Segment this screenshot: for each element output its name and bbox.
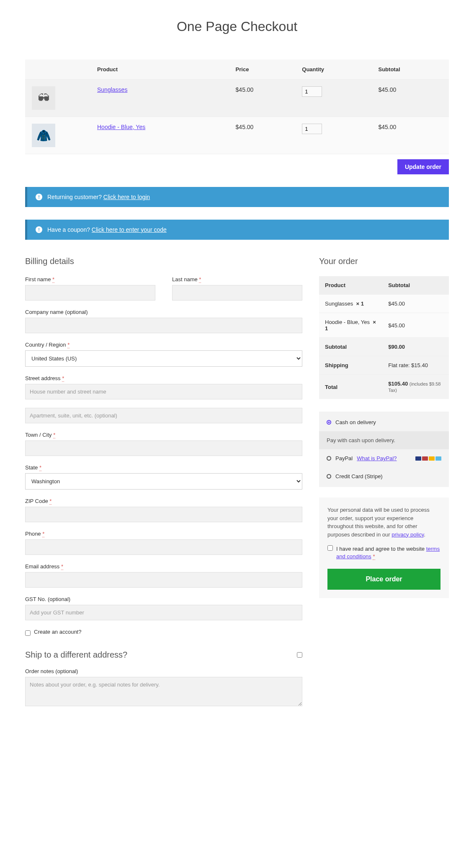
privacy-text: Your personal data will be used to proce… bbox=[327, 506, 441, 539]
last-name-label: Last name * bbox=[172, 276, 302, 282]
billing-heading: Billing details bbox=[25, 257, 302, 266]
cart-row: 🕶 Sunglasses $45.00 $45.00 bbox=[25, 80, 449, 117]
ship-different-checkbox[interactable] bbox=[297, 652, 302, 658]
email-label: Email address * bbox=[25, 563, 302, 570]
street-label: Street address * bbox=[25, 375, 302, 381]
col-qty: Quantity bbox=[297, 60, 373, 80]
product-link[interactable]: Hoodie - Blue, Yes bbox=[97, 124, 145, 130]
state-select[interactable]: Washington bbox=[25, 473, 302, 490]
country-select[interactable]: United States (US) bbox=[25, 350, 302, 367]
phone-input[interactable] bbox=[25, 539, 302, 555]
col-subtotal: Subtotal bbox=[374, 60, 449, 80]
first-name-label: First name * bbox=[25, 276, 155, 282]
qty-input[interactable] bbox=[302, 86, 322, 97]
gst-label: GST No. (optional) bbox=[25, 596, 302, 602]
subtotal-value: $90.00 bbox=[382, 338, 449, 356]
card-icons bbox=[415, 456, 441, 461]
cart-table: Product Price Quantity Subtotal 🕶 Sungla… bbox=[25, 60, 449, 154]
radio-icon bbox=[327, 456, 331, 461]
returning-customer-notice: ! Returning customer? Click here to logi… bbox=[25, 187, 449, 207]
privacy-policy-link[interactable]: privacy policy bbox=[392, 531, 424, 538]
product-image: 🕶 bbox=[32, 86, 55, 110]
payment-label: PayPal bbox=[335, 455, 353, 461]
order-item-name: Hoodie - Blue, Yes bbox=[325, 319, 370, 325]
update-order-button[interactable]: Update order bbox=[397, 159, 449, 174]
payment-methods: Cash on delivery Pay with cash upon deli… bbox=[319, 412, 449, 487]
page-title: One Page Checkout bbox=[25, 19, 449, 34]
city-input[interactable] bbox=[25, 440, 302, 456]
ship-heading: Ship to a different address? bbox=[25, 650, 127, 660]
order-item-row: Sunglasses × 1 $45.00 bbox=[319, 295, 449, 313]
cart-row: 🧥 Hoodie - Blue, Yes $45.00 $45.00 bbox=[25, 117, 449, 154]
payment-cod[interactable]: Cash on delivery bbox=[319, 413, 449, 431]
payment-paypal[interactable]: PayPal What is PayPal? bbox=[319, 449, 449, 467]
col-product: Product bbox=[92, 60, 231, 80]
payment-stripe[interactable]: Credit Card (Stripe) bbox=[319, 467, 449, 485]
order-col-product: Product bbox=[319, 276, 382, 295]
country-label: Country / Region * bbox=[25, 342, 302, 348]
notice-text: Returning customer? bbox=[47, 194, 102, 200]
info-icon: ! bbox=[36, 226, 42, 233]
product-link[interactable]: Sunglasses bbox=[97, 86, 127, 93]
place-order-button[interactable]: Place order bbox=[327, 569, 441, 590]
last-name-input[interactable] bbox=[172, 285, 302, 301]
apt-input[interactable] bbox=[25, 408, 302, 423]
payment-label: Credit Card (Stripe) bbox=[335, 473, 383, 479]
zip-label: ZIP Code * bbox=[25, 498, 302, 504]
radio-icon bbox=[327, 474, 331, 479]
gst-input[interactable] bbox=[25, 605, 302, 620]
state-label: State * bbox=[25, 464, 302, 471]
company-input[interactable] bbox=[25, 318, 302, 333]
order-item-row: Hoodie - Blue, Yes × 1 $45.00 bbox=[319, 313, 449, 338]
product-image: 🧥 bbox=[32, 124, 55, 147]
email-input[interactable] bbox=[25, 572, 302, 588]
total-label: Total bbox=[319, 375, 382, 399]
subtotal-cell: $45.00 bbox=[374, 80, 449, 117]
radio-icon bbox=[327, 420, 331, 425]
notice-text: Have a coupon? bbox=[47, 226, 90, 233]
zip-input[interactable] bbox=[25, 507, 302, 522]
street-input[interactable] bbox=[25, 384, 302, 399]
qty-input[interactable] bbox=[302, 124, 322, 134]
coupon-notice: ! Have a coupon? Click here to enter you… bbox=[25, 220, 449, 240]
shipping-label: Shipping bbox=[319, 356, 382, 375]
col-thumb bbox=[25, 60, 92, 80]
order-notes-label: Order notes (optional) bbox=[25, 668, 302, 674]
subtotal-cell: $45.00 bbox=[374, 117, 449, 154]
coupon-link[interactable]: Click here to enter your code bbox=[92, 226, 167, 233]
privacy-box: Your personal data will be used to proce… bbox=[319, 497, 449, 598]
order-review-table: Product Subtotal Sunglasses × 1 $45.00 H… bbox=[319, 276, 449, 399]
price-cell: $45.00 bbox=[231, 80, 297, 117]
order-item-qty: × 1 bbox=[356, 301, 363, 307]
subtotal-label: Subtotal bbox=[319, 338, 382, 356]
order-item-subtotal: $45.00 bbox=[382, 313, 449, 338]
info-icon: ! bbox=[36, 194, 42, 200]
col-price: Price bbox=[231, 60, 297, 80]
shipping-value: Flat rate: $15.40 bbox=[382, 356, 449, 375]
payment-cod-desc: Pay with cash upon delivery. bbox=[319, 431, 449, 449]
order-heading: Your order bbox=[319, 257, 449, 266]
order-item-subtotal: $45.00 bbox=[382, 295, 449, 313]
terms-checkbox[interactable] bbox=[327, 545, 333, 551]
order-notes-textarea[interactable] bbox=[25, 677, 302, 706]
price-cell: $45.00 bbox=[231, 117, 297, 154]
city-label: Town / City * bbox=[25, 432, 302, 438]
create-account-label: Create an account? bbox=[34, 629, 81, 635]
total-value: $105.40 (includes $9.58 Tax) bbox=[382, 375, 449, 399]
login-link[interactable]: Click here to login bbox=[103, 194, 150, 200]
payment-label: Cash on delivery bbox=[335, 419, 376, 425]
terms-label: I have read and agree to the website ter… bbox=[336, 545, 441, 560]
order-item-name: Sunglasses bbox=[325, 301, 353, 307]
create-account-checkbox[interactable] bbox=[25, 630, 31, 636]
phone-label: Phone * bbox=[25, 531, 302, 537]
company-label: Company name (optional) bbox=[25, 309, 302, 315]
what-is-paypal-link[interactable]: What is PayPal? bbox=[357, 455, 397, 461]
order-col-subtotal: Subtotal bbox=[382, 276, 449, 295]
first-name-input[interactable] bbox=[25, 285, 155, 301]
